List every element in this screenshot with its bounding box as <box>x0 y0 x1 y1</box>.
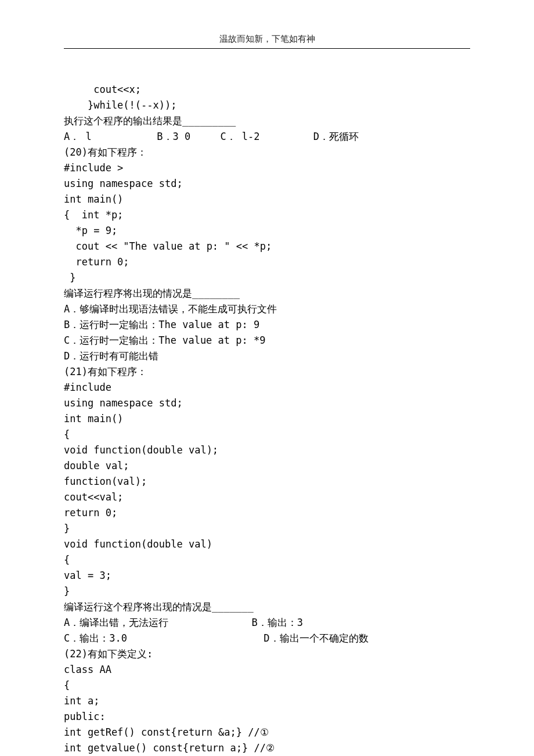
code-line: val = 3; <box>64 570 111 581</box>
code-line: int a; <box>64 695 99 707</box>
code-line: using namespace std; <box>64 178 183 189</box>
question-text: 编译运行程序将出现的情况是________ <box>64 287 240 299</box>
question-text: (22)有如下类定义: <box>64 648 153 660</box>
answer-options: A．编译出错，无法运行 B．输出：3 <box>64 617 303 628</box>
code-line: int getvalue() const{return a;} //② <box>64 742 275 754</box>
code-line: #include > <box>64 162 123 174</box>
code-line: function(val); <box>64 476 147 487</box>
answer-option: C．运行时一定输出：The value at p: *9 <box>64 334 265 346</box>
code-line: using namespace std; <box>64 397 183 409</box>
code-line: { <box>64 554 70 566</box>
code-line: int main() <box>64 413 123 424</box>
answer-options: C．输出：3.0 D．输出一个不确定的数 <box>64 632 369 644</box>
answer-options: A． l B．3 0 C． l-2 D．死循环 <box>64 131 359 142</box>
code-line: }while(!(--x)); <box>64 99 176 111</box>
question-text: 编译运行这个程序将出现的情况是_______ <box>64 601 254 613</box>
document-content: cout<<x; }while(!(--x)); 执行这个程序的输出结果是___… <box>64 66 470 756</box>
code-line: double val; <box>64 460 129 471</box>
code-line: cout<<x; <box>64 84 141 95</box>
code-line: void function(double val); <box>64 444 218 456</box>
code-line: return 0; <box>64 256 129 268</box>
code-line: { <box>64 679 70 691</box>
code-line: { <box>64 429 70 440</box>
code-line: int getRef() const{return &a;} //① <box>64 726 269 738</box>
code-line: { int *p; <box>64 209 123 221</box>
question-text: (21)有如下程序： <box>64 366 147 377</box>
code-line: cout << "The value at p: " << *p; <box>64 240 272 252</box>
answer-option: B．运行时一定输出：The value at p: 9 <box>64 319 259 330</box>
page-header-motto: 温故而知新，下笔如有神 <box>64 34 470 45</box>
code-line: } <box>64 585 70 597</box>
code-line: #include <box>64 381 111 393</box>
code-line: public: <box>64 711 106 722</box>
answer-option: D．运行时有可能出错 <box>64 350 158 362</box>
answer-option: A．够编译时出现语法错误，不能生成可执行文件 <box>64 303 277 315</box>
code-line: void function(double val) <box>64 538 212 550</box>
code-line: class AA <box>64 664 111 675</box>
code-line: *p = 9; <box>64 225 117 236</box>
question-text: (20)有如下程序： <box>64 146 147 158</box>
code-line: } <box>64 272 75 283</box>
header-divider <box>64 48 470 49</box>
document-page: 温故而知新，下笔如有神 cout<<x; }while(!(--x)); 执行这… <box>0 0 534 756</box>
question-text: 执行这个程序的输出结果是_________ <box>64 115 236 127</box>
code-line: cout<<val; <box>64 491 123 503</box>
code-line: int main() <box>64 193 123 205</box>
code-line: } <box>64 523 70 534</box>
code-line: return 0; <box>64 507 117 519</box>
